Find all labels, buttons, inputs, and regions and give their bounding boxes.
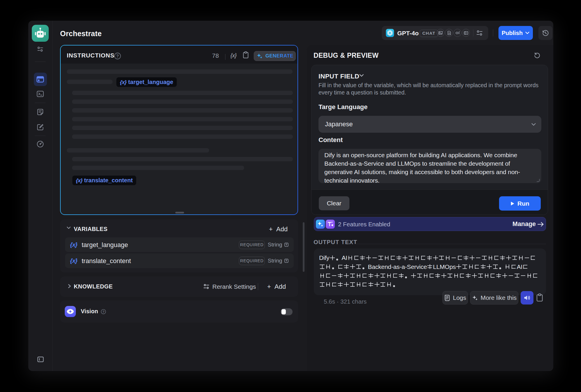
svg-text:?: ?: [116, 54, 119, 58]
svg-text:?: ?: [102, 310, 104, 314]
